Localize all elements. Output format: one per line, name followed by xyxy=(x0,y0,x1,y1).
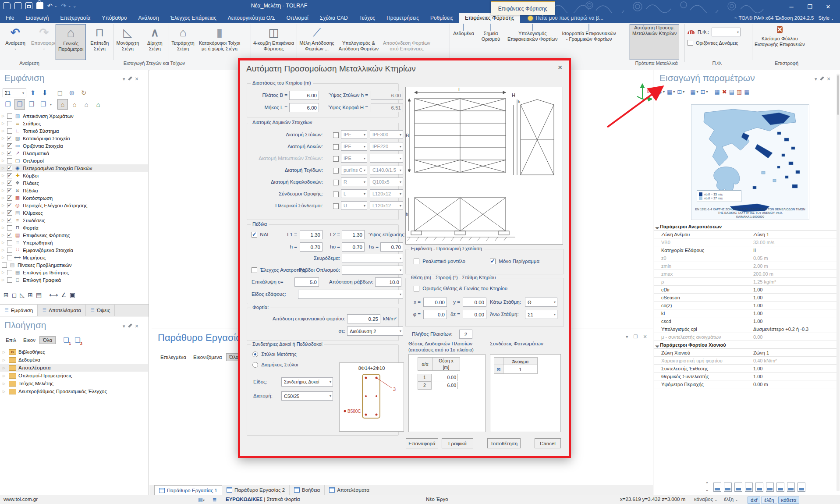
ribbon-tab-popup[interactable]: Επιφάνειες Φόρτισης xyxy=(491,1,555,15)
menu-item[interactable]: Προμετρήσεις xyxy=(381,13,425,23)
expand-arrow-icon[interactable]: ▷ xyxy=(2,188,7,192)
menu-item[interactable]: Υπόβαθρο xyxy=(96,13,133,23)
section-size-combo[interactable]: IPE300▾ xyxy=(370,130,403,139)
expand-arrow-icon[interactable]: ▷ xyxy=(2,270,7,274)
tree-item[interactable]: ▷ Επιλογή με Ιδιότητες xyxy=(0,269,148,276)
menu-item[interactable]: Λειτουργικότητα Ο/Σ xyxy=(222,13,281,23)
param-row[interactable]: ρ 1.25 kg/m³ xyxy=(654,278,837,286)
footings-yes-checkbox[interactable] xyxy=(252,232,257,238)
panel-tab[interactable]: ≣ Όψεις xyxy=(86,305,115,316)
status-list-icon[interactable]: ≣ xyxy=(213,497,217,503)
define-position-checkbox[interactable] xyxy=(414,286,419,291)
expand-arrow-icon[interactable]: ▷ xyxy=(2,248,7,252)
section-size-combo[interactable]: Q100x5▾ xyxy=(370,177,403,186)
select-add-icon[interactable]: ⊞ xyxy=(4,291,9,298)
expand-arrow-icon[interactable]: ▷ xyxy=(3,374,8,378)
pf-combo[interactable]: ▾ xyxy=(712,28,741,36)
grid-tool-icon[interactable]: ▦▾ xyxy=(667,89,675,95)
view-solid-icon[interactable]: ❒ xyxy=(26,99,37,110)
section-size-combo[interactable]: L120x12▾ xyxy=(370,189,403,198)
display-panel-pin-icon[interactable] xyxy=(128,76,132,81)
param-value[interactable]: Δυσμενέστερο +0.2 ή -0.3 xyxy=(753,327,837,332)
rows-icon[interactable]: ▤ xyxy=(729,89,734,95)
doc-tool-icon[interactable] xyxy=(745,483,753,492)
nav-tab[interactable]: Επιλ xyxy=(3,337,19,344)
param-value[interactable]: 1.00 xyxy=(753,311,837,316)
expand-arrow-icon[interactable]: ▷ xyxy=(2,159,7,163)
section-row-checkbox[interactable] xyxy=(333,168,339,174)
pos-dz-input[interactable] xyxy=(463,310,486,319)
pos-y-input[interactable] xyxy=(463,298,486,307)
level-up-icon[interactable]: ⬆ xyxy=(28,88,38,98)
tree-item[interactable]: ▷ Φορτία xyxy=(0,224,148,231)
rows-red-icon[interactable]: ▥ xyxy=(737,89,742,95)
select-props-icon[interactable]: ▤ xyxy=(36,291,42,298)
expand-arrow-icon[interactable]: ▷ xyxy=(2,121,7,125)
param-row[interactable]: z0 0.05 m xyxy=(654,254,837,262)
section-size-combo[interactable]: IPE220▾ xyxy=(370,142,403,151)
param-row[interactable]: μ - συντελεστής ανοιγμάτων 0.00 xyxy=(654,333,837,341)
section-row-checkbox[interactable] xyxy=(333,156,339,162)
tree-item[interactable]: ▷ Κόμβοι xyxy=(0,172,148,179)
surface-load-input[interactable] xyxy=(347,314,380,323)
param-value[interactable]: 1.00 xyxy=(753,319,837,324)
tree-item-checkbox[interactable] xyxy=(7,210,12,216)
param-row[interactable]: Χαρακτηριστική τιμή φορτίου 0.40 kN/m² xyxy=(654,357,837,365)
doc-tool-icon[interactable] xyxy=(713,483,721,492)
expand-arrow-icon[interactable]: ▷ xyxy=(3,350,8,354)
menu-item[interactable]: Έλεγχος Επάρκειας xyxy=(165,13,222,23)
graphics-button[interactable]: Γραφικά xyxy=(442,438,473,448)
window-tab[interactable]: Παράθυρο Εργασίας 2 xyxy=(222,485,290,495)
rebar-combo[interactable]: ▾ xyxy=(342,266,403,275)
menu-item[interactable]: Τεύχος xyxy=(354,13,381,23)
param-value[interactable]: 2.00 m xyxy=(753,263,837,269)
cell-tool-icon[interactable]: ⊡▾ xyxy=(701,89,708,95)
expand-arrow-icon[interactable]: ▷ xyxy=(3,382,8,386)
L1-input[interactable] xyxy=(300,230,323,239)
frames-count-input[interactable] xyxy=(459,330,472,339)
param-value[interactable]: 200.00 m xyxy=(753,271,837,277)
param-row[interactable]: Υψόμετρο Περιοχής 0.00 m xyxy=(654,380,837,388)
menu-item[interactable]: Οπλισμοί xyxy=(281,13,314,23)
status-snap-toggle[interactable]: έλξη ⌄ xyxy=(724,497,738,502)
param-value[interactable]: 0.05 m xyxy=(753,256,837,261)
view-mode-icon[interactable]: ❒ xyxy=(38,99,49,110)
soil-combo[interactable]: ▾ xyxy=(298,290,403,299)
expand-arrow-icon[interactable]: ▷ xyxy=(2,174,7,177)
menu-item[interactable]: Ανάλυση xyxy=(133,13,165,23)
select-filter-icon[interactable]: ⊞ xyxy=(28,291,33,298)
nav-tab-active[interactable]: Όλα xyxy=(39,336,56,344)
tree-item-checkbox[interactable] xyxy=(7,255,12,260)
nav-tree-item[interactable]: ▷ Τεύχος Μελέτης xyxy=(0,380,148,387)
nav-tree-item[interactable]: ▷ Δεδομένα xyxy=(0,356,148,364)
window-tab[interactable]: Αποτελέσματα xyxy=(325,485,374,495)
expand-arrow-icon[interactable]: ▷ xyxy=(2,151,7,155)
display-panel-close-icon[interactable]: ✕ xyxy=(135,76,139,82)
param-row[interactable]: Ζώνη Ανέμου Ζώνη 1 xyxy=(654,231,837,238)
tree-item[interactable]: ▷ Κλίμακες xyxy=(0,209,148,217)
param-value[interactable]: 1.00 xyxy=(753,366,837,371)
doc-tool-icon[interactable] xyxy=(776,483,784,492)
nav-tree-item[interactable]: ▷ Οπλισμοί-Προμετρήσεις xyxy=(0,372,148,380)
ho-input[interactable] xyxy=(342,242,365,252)
param-row[interactable]: cSeason 1.00 xyxy=(654,294,837,302)
h-input[interactable] xyxy=(300,242,323,252)
nav-tab[interactable]: Εικον xyxy=(20,337,39,344)
expand-arrow-icon[interactable]: ▷ xyxy=(2,114,7,118)
overturn-checkbox[interactable] xyxy=(252,267,257,273)
status-codes[interactable]: ΕΥΡΩΚΩΔΙΚΕΣ xyxy=(226,497,262,502)
save-icon[interactable] xyxy=(25,2,32,9)
param-value[interactable]: Ζώνη 1 xyxy=(753,350,837,355)
tree-item-checkbox[interactable] xyxy=(7,136,12,141)
expand-arrow-icon[interactable]: ▷ xyxy=(2,181,7,185)
section-row-checkbox[interactable] xyxy=(333,203,339,209)
style-menu[interactable]: Style ⌄ xyxy=(819,15,834,21)
tree-item-checkbox[interactable] xyxy=(7,181,12,186)
param-value[interactable]: 0.00 xyxy=(753,334,837,340)
nav-panel-close-icon[interactable]: ✕ xyxy=(135,323,139,329)
expand-arrow-icon[interactable]: ▷ xyxy=(2,203,7,207)
params-panel-pin-icon[interactable] xyxy=(820,76,824,81)
param-value[interactable]: 1.00 xyxy=(753,287,837,292)
params-panel-close-icon[interactable]: ✕ xyxy=(827,76,831,82)
delete-sheet-icon[interactable]: ✖ xyxy=(722,89,727,95)
